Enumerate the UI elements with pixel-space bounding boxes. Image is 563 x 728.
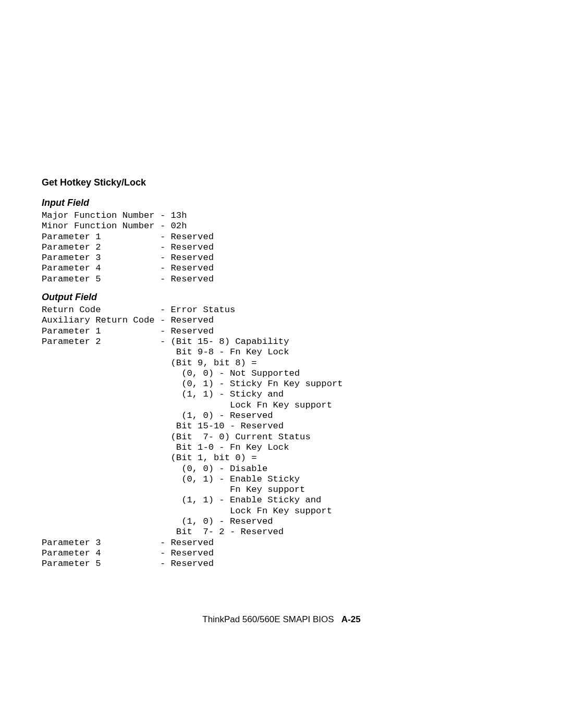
page-footer: ThinkPad 560/560E SMAPI BIOS A-25 (0, 614, 563, 625)
page-content: Get Hotkey Sticky/Lock Input Field Major… (42, 177, 521, 577)
input-field-heading: Input Field (42, 198, 521, 208)
input-field-block: Major Function Number - 13h Minor Functi… (42, 211, 521, 285)
output-field-block: Return Code - Error Status Auxiliary Ret… (42, 305, 521, 569)
output-field-heading: Output Field (42, 292, 521, 303)
section-title: Get Hotkey Sticky/Lock (42, 177, 521, 188)
footer-page-number: A-25 (341, 614, 361, 624)
footer-doc-title: ThinkPad 560/560E SMAPI BIOS (202, 614, 334, 624)
